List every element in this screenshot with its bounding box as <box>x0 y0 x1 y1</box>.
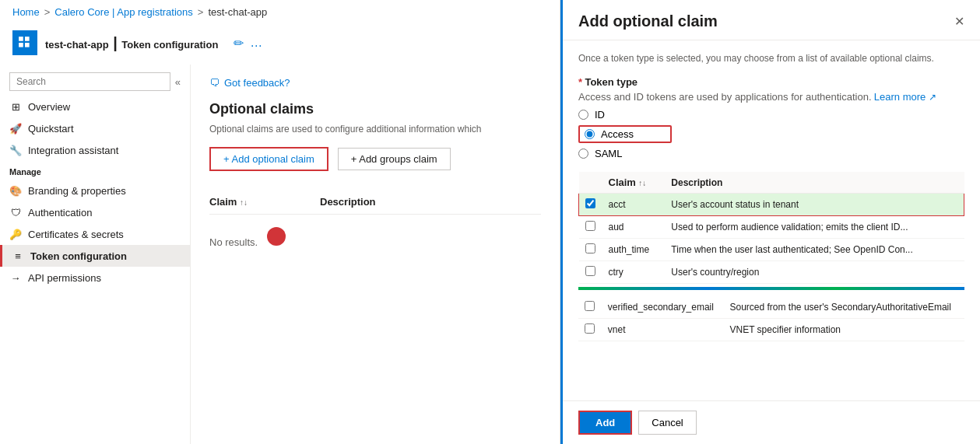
radio-access-input[interactable] <box>585 129 595 139</box>
sidebar-item-label: Integration assistant <box>28 145 118 156</box>
edit-icon[interactable]: ✏ <box>234 36 244 51</box>
token-type-radio-group: ID Access SAML <box>578 109 964 159</box>
required-marker: * <box>578 76 582 88</box>
sidebar-item-label: Token configuration <box>30 250 127 262</box>
sidebar-item-branding[interactable]: 🎨 Branding & properties <box>0 180 190 201</box>
app-icon <box>12 30 37 55</box>
table-row: vnet VNET specifier information <box>578 319 964 341</box>
table-header: Claim ↑↓ Description <box>209 190 541 215</box>
content-area: 🗨 Got feedback? Optional claims Optional… <box>191 65 560 444</box>
desc-col-header: Description <box>665 172 964 194</box>
app-icon-svg <box>18 36 32 50</box>
breadcrumb-home[interactable]: Home <box>12 6 40 18</box>
sidebar-item-certificates[interactable]: 🔑 Certificates & secrets <box>0 223 190 245</box>
add-button[interactable]: Add <box>578 411 632 435</box>
sidebar-item-overview[interactable]: ⊞ Overview <box>0 96 190 117</box>
page-title: test-chat-app | Token configuration <box>45 34 218 52</box>
claim-description: Used to perform audience validation; emi… <box>665 216 964 239</box>
branding-icon: 🎨 <box>9 184 22 197</box>
dot-indicator <box>267 227 286 246</box>
modal-footer: Add Cancel <box>563 400 980 444</box>
modal-panel: Add optional claim ✕ Once a token type i… <box>560 0 980 444</box>
radio-saml-label: SAML <box>595 148 622 159</box>
checkbox-cell[interactable] <box>579 194 602 216</box>
breadcrumb-app-name: test-chat-app <box>208 6 267 18</box>
feedback-label: Got feedback? <box>224 77 290 89</box>
title-actions: ✏ … <box>234 36 262 51</box>
table-row: aud Used to perform audience validation;… <box>579 216 964 239</box>
claim-checkbox-verified_secondary_email[interactable] <box>585 301 595 311</box>
checkbox-cell[interactable] <box>578 319 602 341</box>
claim-checkbox-acct[interactable] <box>585 198 595 208</box>
checkbox-cell[interactable] <box>579 216 602 239</box>
sidebar-item-api-permissions[interactable]: → API permissions <box>0 267 190 288</box>
checkbox-cell[interactable] <box>579 261 602 284</box>
breadcrumb-app-registrations[interactable]: Calero Core | App registrations <box>54 6 193 18</box>
token-type-hint: Access and ID tokens are used by applica… <box>578 91 964 103</box>
close-icon[interactable]: ✕ <box>954 14 964 29</box>
content-title: Optional claims <box>209 101 541 117</box>
table-row: acct User's account status in tenant <box>579 194 964 216</box>
svg-rect-1 <box>25 37 30 41</box>
radio-id[interactable]: ID <box>578 109 964 121</box>
sidebar-item-quickstart[interactable]: 🚀 Quickstart <box>0 117 190 139</box>
claim-checkbox-aud[interactable] <box>585 221 595 231</box>
feedback-bar[interactable]: 🗨 Got feedback? <box>209 77 541 89</box>
col-claim-header: Claim ↑↓ <box>209 196 320 208</box>
claim-col-header: Claim ↑↓ <box>602 172 666 194</box>
sidebar-item-label: Branding & properties <box>28 185 126 197</box>
claim-description: VNET specifier information <box>724 319 965 341</box>
checkbox-cell[interactable] <box>579 239 602 261</box>
claim-name: vnet <box>602 319 724 341</box>
table-row: ctry User's country/region <box>579 261 964 284</box>
claims-table-bottom: verified_secondary_email Sourced from th… <box>578 296 964 341</box>
svg-rect-0 <box>19 37 23 41</box>
modal-description: Once a token type is selected, you may c… <box>578 53 964 64</box>
add-optional-claim-button[interactable]: + Add optional claim <box>209 147 328 171</box>
claims-table: Claim ↑↓ Description acct User's account… <box>578 172 964 284</box>
claim-name: acct <box>602 194 666 216</box>
quickstart-icon: 🚀 <box>9 122 22 135</box>
api-permissions-icon: → <box>9 271 22 284</box>
learn-more-link[interactable]: Learn more ↗ <box>874 92 936 103</box>
claim-checkbox-ctry[interactable] <box>585 266 595 276</box>
radio-saml-input[interactable] <box>578 149 588 159</box>
sidebar-item-label: Quickstart <box>28 123 74 135</box>
claim-description: User's account status in tenant <box>665 194 964 216</box>
sidebar-item-authentication[interactable]: 🛡 Authentication <box>0 201 190 223</box>
svg-rect-3 <box>25 43 30 47</box>
cancel-button[interactable]: Cancel <box>638 411 696 435</box>
check-col-header <box>579 172 602 194</box>
radio-id-input[interactable] <box>578 110 588 120</box>
sidebar-item-label: Overview <box>28 101 70 113</box>
sidebar-item-label: Certificates & secrets <box>28 229 124 240</box>
claim-description: User's country/region <box>665 261 964 284</box>
radio-saml[interactable]: SAML <box>578 148 964 159</box>
checkbox-cell[interactable] <box>578 296 602 319</box>
add-groups-claim-button[interactable]: + Add groups claim <box>338 148 451 170</box>
sidebar-item-token-config[interactable]: ≡ Token configuration <box>0 245 190 267</box>
feedback-icon: 🗨 <box>209 77 220 89</box>
collapse-icon[interactable]: « <box>175 76 181 88</box>
radio-access-label: Access <box>601 128 634 140</box>
claim-name: verified_secondary_email <box>602 296 724 319</box>
search-bar: « <box>0 68 190 96</box>
more-icon[interactable]: … <box>250 36 262 50</box>
search-input[interactable] <box>9 72 170 91</box>
claim-description: Time when the user last authenticated; S… <box>665 239 964 261</box>
svg-rect-2 <box>19 43 23 47</box>
claim-checkbox-auth_time[interactable] <box>585 243 595 253</box>
modal-header: Add optional claim ✕ <box>563 0 980 40</box>
radio-access-highlighted: Access <box>578 125 672 143</box>
main-layout: « ⊞ Overview 🚀 Quickstart 🔧 Integration … <box>0 65 560 444</box>
sort-arrow: ↑↓ <box>638 179 646 187</box>
col-description-header: Description <box>320 196 541 208</box>
radio-access[interactable]: Access <box>585 128 634 140</box>
sort-arrow-claim: ↑↓ <box>240 198 248 207</box>
authentication-icon: 🛡 <box>9 206 22 219</box>
sidebar-item-integration[interactable]: 🔧 Integration assistant <box>0 139 190 161</box>
claim-checkbox-vnet[interactable] <box>585 323 595 334</box>
manage-label: Manage <box>0 161 190 180</box>
table-row: verified_secondary_email Sourced from th… <box>578 296 964 319</box>
claim-name: auth_time <box>602 239 666 261</box>
